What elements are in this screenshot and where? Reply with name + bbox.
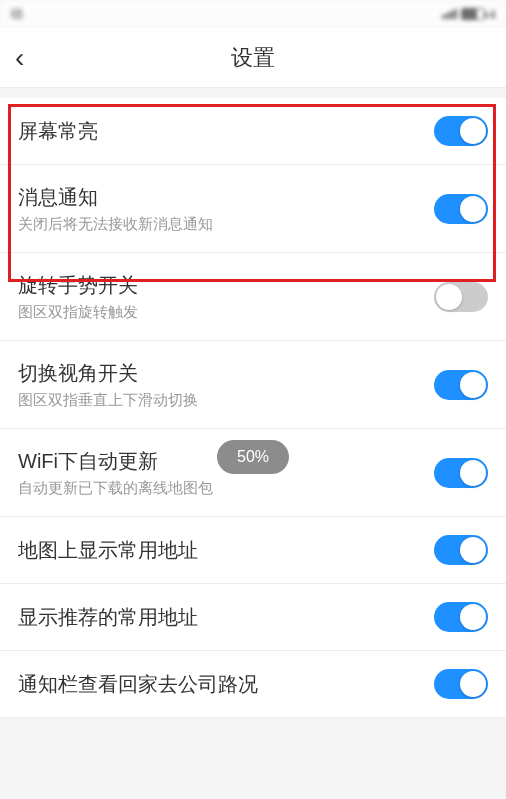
setting-text: 消息通知关闭后将无法接收新消息通知 [18, 183, 434, 234]
back-button[interactable]: ‹ [15, 42, 24, 74]
setting-text: 地图上显示常用地址 [18, 536, 434, 564]
setting-text: 显示推荐的常用地址 [18, 603, 434, 631]
setting-title: 通知栏查看回家去公司路况 [18, 670, 434, 698]
progress-indicator: 50% [217, 440, 289, 474]
setting-title: 屏幕常亮 [18, 117, 434, 145]
setting-text: 通知栏查看回家去公司路况 [18, 670, 434, 698]
settings-list: 屏幕常亮消息通知关闭后将无法接收新消息通知旋转手势开关图区双指旋转触发切换视角开… [0, 98, 506, 718]
toggle-switch[interactable] [434, 669, 488, 699]
toggle-knob [460, 460, 486, 486]
status-right-text: 4 [489, 7, 496, 22]
status-right: 4 [442, 7, 496, 22]
setting-item[interactable]: 旋转手势开关图区双指旋转触发 [0, 253, 506, 341]
battery-icon [461, 8, 485, 20]
setting-text: 旋转手势开关图区双指旋转触发 [18, 271, 434, 322]
toggle-knob [460, 118, 486, 144]
status-left: 动 [10, 5, 23, 23]
header: ‹ 设置 [0, 28, 506, 88]
arrow-annotation [0, 718, 506, 799]
setting-title: 旋转手势开关 [18, 271, 434, 299]
setting-item[interactable]: 地图上显示常用地址 [0, 517, 506, 584]
setting-item[interactable]: 显示推荐的常用地址 [0, 584, 506, 651]
toggle-switch[interactable] [434, 282, 488, 312]
toggle-knob [460, 537, 486, 563]
toggle-knob [460, 604, 486, 630]
toggle-switch[interactable] [434, 458, 488, 488]
setting-title: 切换视角开关 [18, 359, 434, 387]
setting-item[interactable]: 屏幕常亮 [0, 98, 506, 165]
toggle-knob [460, 196, 486, 222]
setting-subtitle: 自动更新已下载的离线地图包 [18, 479, 434, 498]
signal-icon [442, 9, 457, 19]
setting-subtitle: 关闭后将无法接收新消息通知 [18, 215, 434, 234]
toggle-switch[interactable] [434, 194, 488, 224]
toggle-switch[interactable] [434, 370, 488, 400]
page-title: 设置 [0, 43, 506, 73]
setting-title: 显示推荐的常用地址 [18, 603, 434, 631]
setting-item[interactable]: 切换视角开关图区双指垂直上下滑动切换 [0, 341, 506, 429]
setting-subtitle: 图区双指旋转触发 [18, 303, 434, 322]
setting-subtitle: 图区双指垂直上下滑动切换 [18, 391, 434, 410]
toggle-knob [460, 372, 486, 398]
setting-text: 屏幕常亮 [18, 117, 434, 145]
toggle-knob [460, 671, 486, 697]
setting-title: 消息通知 [18, 183, 434, 211]
status-bar: 动 4 [0, 0, 506, 28]
setting-text: 切换视角开关图区双指垂直上下滑动切换 [18, 359, 434, 410]
toggle-switch[interactable] [434, 535, 488, 565]
toggle-switch[interactable] [434, 116, 488, 146]
setting-title: 地图上显示常用地址 [18, 536, 434, 564]
toggle-switch[interactable] [434, 602, 488, 632]
toggle-knob [436, 284, 462, 310]
setting-item[interactable]: 消息通知关闭后将无法接收新消息通知 [0, 165, 506, 253]
setting-item[interactable]: 通知栏查看回家去公司路况 [0, 651, 506, 718]
